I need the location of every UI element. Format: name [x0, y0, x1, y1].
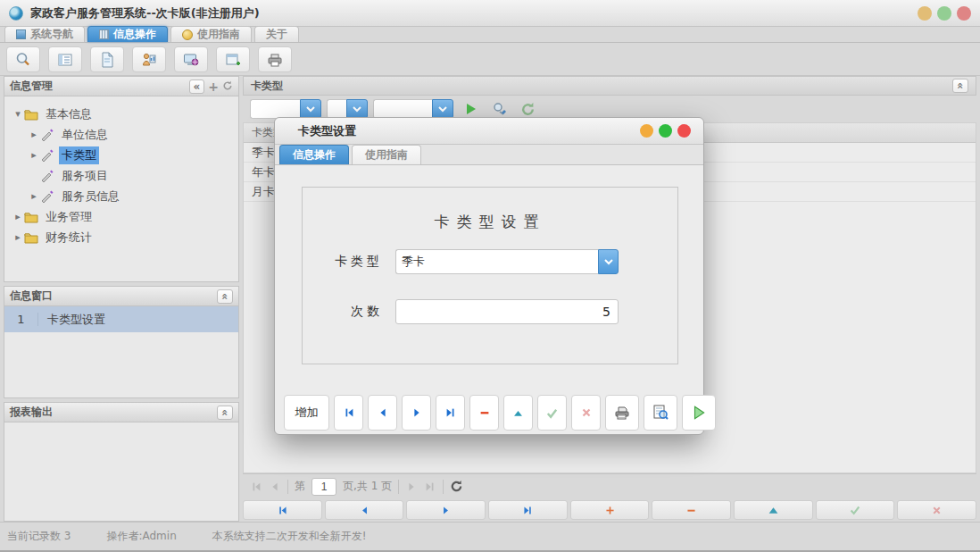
prev-record-button[interactable]	[368, 395, 397, 431]
next-icon	[440, 505, 452, 516]
chevron-down-icon[interactable]	[300, 99, 321, 119]
maximize-button[interactable]	[937, 6, 951, 21]
expand-arrow-icon[interactable]: ▸	[12, 231, 24, 243]
count-input[interactable]	[395, 299, 619, 324]
chevron-down-icon[interactable]	[432, 99, 453, 119]
add-icon[interactable]: +	[208, 80, 219, 93]
window-add-button[interactable]	[216, 46, 250, 72]
dialog-title: 卡类型设置	[298, 123, 356, 139]
record-nav-toolbar	[243, 498, 976, 522]
tree-item-basic-info[interactable]: ▾ 基本信息	[4, 104, 238, 124]
refresh-icon	[520, 102, 536, 117]
filter-field-select[interactable]	[250, 99, 321, 119]
expand-arrow-icon[interactable]: ▸	[28, 129, 40, 140]
add-button[interactable]: 增加	[284, 395, 329, 431]
print-button[interactable]	[605, 395, 639, 431]
expand-arrow-icon[interactable]: ▾	[12, 108, 24, 120]
card-type-select[interactable]: 季卡	[395, 249, 619, 274]
edit-record-button[interactable]	[503, 395, 533, 431]
info-window-item-card-type[interactable]: 1 卡类型设置	[4, 306, 238, 332]
prev-record-button[interactable]	[325, 500, 404, 520]
wand-icon	[40, 149, 54, 162]
dialog-tab-user-guide[interactable]: 使用指南	[352, 145, 421, 164]
chevron-down-icon[interactable]	[598, 249, 619, 274]
filter-value-select[interactable]	[373, 99, 453, 119]
panel-title: 信息窗口	[10, 289, 53, 304]
dialog-close-button[interactable]	[677, 124, 691, 138]
panel-title: 信息管理	[10, 79, 53, 94]
cancel-button[interactable]	[897, 500, 976, 520]
run-button[interactable]	[682, 395, 716, 431]
refresh-icon[interactable]	[450, 480, 463, 493]
triangle-up-icon	[768, 505, 779, 516]
expand-arrow-icon[interactable]: ▸	[28, 149, 40, 161]
tab-user-guide[interactable]: 使用指南	[170, 26, 252, 42]
page-number-input[interactable]	[311, 478, 336, 496]
list-button[interactable]	[48, 46, 82, 72]
delete-record-button[interactable]	[652, 500, 731, 520]
last-record-button[interactable]	[436, 395, 465, 431]
prev-icon	[377, 406, 389, 419]
first-record-button[interactable]	[243, 500, 322, 520]
main-tab-strip: 系统导航 信息操作 使用指南 关于	[0, 27, 980, 43]
next-record-button[interactable]	[406, 500, 486, 520]
last-record-button[interactable]	[488, 500, 568, 520]
tree-item-business-mgmt[interactable]: ▸ 业务管理	[4, 206, 238, 227]
refresh-icon[interactable]	[222, 80, 233, 93]
close-button[interactable]	[957, 6, 971, 21]
last-page-icon[interactable]	[424, 481, 436, 493]
report-output-header: 报表输出 «	[4, 403, 238, 422]
collapse-up-icon[interactable]: «	[217, 406, 233, 420]
printer-button[interactable]	[258, 46, 292, 72]
dialog-button-bar: 增加	[284, 395, 716, 431]
preview-button[interactable]	[644, 395, 677, 431]
collapse-left-icon[interactable]: «	[189, 79, 205, 94]
prev-page-icon[interactable]	[269, 481, 281, 493]
app-logo-icon	[9, 6, 23, 21]
next-page-icon[interactable]	[405, 481, 418, 493]
delete-record-button[interactable]	[469, 395, 499, 431]
staff-button[interactable]	[132, 46, 166, 72]
search-button[interactable]	[6, 46, 40, 72]
confirm-button[interactable]	[537, 395, 567, 431]
cell-card-type: 月卡	[252, 184, 275, 200]
wand-icon	[40, 170, 54, 182]
document-button[interactable]	[90, 46, 124, 72]
first-page-icon[interactable]	[250, 481, 262, 493]
card-type-settings-dialog: 卡类型设置 信息操作 使用指南 卡类型设置 卡类型 季卡 次数 增加	[274, 117, 704, 435]
minimize-button[interactable]	[918, 6, 932, 21]
tree-item-unit-info[interactable]: ▸ 单位信息	[4, 124, 238, 145]
tab-about[interactable]: 关于	[254, 26, 299, 42]
next-record-button[interactable]	[402, 395, 431, 431]
tree-item-card-type[interactable]: ▸ 卡类型	[4, 145, 238, 165]
tree-item-service-items[interactable]: 服务项目	[4, 165, 238, 186]
add-record-button[interactable]	[570, 500, 650, 520]
first-record-button[interactable]	[334, 395, 363, 431]
tree-item-finance-stats[interactable]: ▸ 财务统计	[4, 227, 238, 247]
tree-label: 业务管理	[43, 208, 95, 226]
dialog-maximize-button[interactable]	[659, 124, 672, 138]
confirm-button[interactable]	[816, 500, 895, 520]
expand-arrow-icon[interactable]: ▸	[28, 190, 40, 202]
cancel-button[interactable]	[571, 395, 601, 431]
search-icon	[14, 51, 32, 69]
dialog-tab-info-operation[interactable]: 信息操作	[279, 145, 349, 164]
tree-label: 财务统计	[43, 229, 95, 247]
monitor-button[interactable]	[174, 46, 208, 72]
status-message: 本系统支持二次开发和全新开发!	[212, 529, 367, 544]
tab-system-nav[interactable]: 系统导航	[4, 26, 85, 42]
expand-arrow-icon[interactable]: ▸	[12, 211, 24, 222]
collapse-up-icon[interactable]: «	[217, 289, 233, 304]
x-icon	[931, 505, 943, 516]
tab-info-operation[interactable]: 信息操作	[87, 26, 168, 42]
tab-label: 使用指南	[197, 27, 240, 42]
chevron-down-icon[interactable]	[346, 99, 368, 119]
collapse-up-icon[interactable]: «	[952, 79, 968, 93]
pager-total: 页,共 1 页	[343, 479, 392, 494]
tree-item-staff-info[interactable]: ▸ 服务员信息	[4, 186, 238, 206]
filter-operator-select[interactable]	[327, 99, 368, 119]
add-button-label: 增加	[295, 405, 319, 421]
dialog-minimize-button[interactable]	[640, 124, 653, 138]
tab-label: 系统导航	[30, 27, 73, 42]
edit-record-button[interactable]	[734, 500, 813, 520]
